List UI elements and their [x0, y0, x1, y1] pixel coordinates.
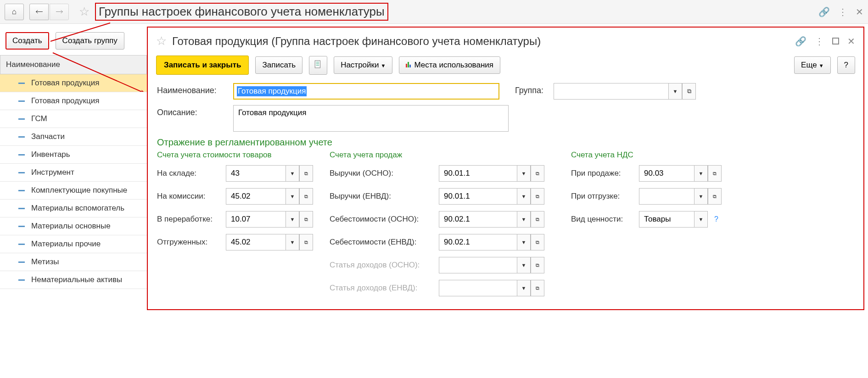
list-item[interactable]: Метизы [0, 253, 147, 271]
item-icon [18, 154, 25, 156]
back-button[interactable]: 🡐 [29, 4, 49, 20]
acct-input[interactable] [226, 188, 286, 205]
link-icon[interactable]: 🔗 [795, 36, 806, 47]
dropdown-button[interactable]: ▼ [286, 188, 299, 205]
close-icon[interactable]: ✕ [847, 36, 855, 47]
dropdown-button[interactable]: ▼ [517, 211, 531, 228]
create-button[interactable]: Создать [6, 32, 49, 50]
acct-input[interactable] [439, 188, 517, 205]
acct-label: Себестоимости (ЕНВД): [330, 238, 435, 247]
col2-title: Счета учета продаж [330, 150, 554, 160]
list-item[interactable]: Инвентарь [0, 146, 147, 164]
item-icon [18, 244, 25, 245]
acct-input[interactable] [226, 211, 286, 228]
popout-button[interactable]: ⧉ [299, 211, 313, 228]
list-item[interactable]: Готовая продукция [0, 74, 147, 92]
name-input[interactable]: Готовая продукция [233, 83, 499, 100]
acct-input[interactable] [226, 234, 286, 250]
forward-button[interactable]: 🡒 [50, 4, 69, 20]
dropdown-button[interactable]: ▼ [517, 257, 531, 273]
group-input[interactable] [554, 83, 668, 100]
acct-input[interactable] [639, 188, 694, 205]
star-icon[interactable]: ☆ [156, 34, 167, 48]
save-button[interactable]: Записать [255, 56, 302, 74]
acct-label: При продаже: [571, 169, 635, 178]
close-icon[interactable]: ✕ [856, 6, 863, 17]
report-button[interactable] [309, 56, 327, 75]
popout-button[interactable]: ⧉ [708, 188, 722, 205]
dropdown-button[interactable]: ▼ [517, 280, 531, 296]
create-group-button[interactable]: Создать группу [56, 32, 124, 50]
help-button[interactable]: ? [837, 56, 855, 74]
list-item[interactable]: Материалы прочие [0, 235, 147, 253]
acct-label: Отгруженных: [157, 238, 222, 247]
dropdown-button[interactable]: ▼ [517, 165, 531, 182]
acct-input[interactable] [439, 234, 517, 250]
kebab-icon[interactable]: ⋮ [815, 36, 824, 47]
desc-label: Описание: [157, 105, 227, 117]
popout-button[interactable]: ⧉ [531, 211, 544, 228]
dropdown-button[interactable]: ▼ [286, 165, 299, 182]
list-item-label: Материалы вспомогатель [31, 204, 124, 213]
popout-button[interactable]: ⧉ [708, 165, 722, 182]
list-item[interactable]: Запчасти [0, 128, 147, 146]
dropdown-button[interactable]: ▼ [694, 211, 708, 228]
detail-title: Готовая продукция (Группа настроек финан… [172, 35, 790, 48]
arrow-right-icon: 🡒 [56, 7, 63, 17]
popout-button[interactable]: ⧉ [531, 188, 544, 205]
acct-input[interactable] [439, 280, 517, 296]
list-item-label: Материалы прочие [31, 239, 101, 249]
list-item[interactable]: Нематериальные активы [0, 271, 147, 289]
dropdown-button[interactable]: ▼ [517, 188, 531, 205]
list-item[interactable]: Комплектующие покупные [0, 182, 147, 200]
dropdown-button[interactable]: ▼ [668, 83, 682, 100]
acct-input[interactable] [439, 165, 517, 182]
acct-input[interactable] [639, 211, 694, 228]
acct-input[interactable] [639, 165, 694, 182]
list-header[interactable]: Наименование [0, 55, 147, 74]
acct-input[interactable] [226, 165, 286, 182]
popout-button[interactable]: ⧉ [299, 165, 313, 182]
usage-button[interactable]: Места использования [399, 56, 500, 74]
acct-input[interactable] [439, 257, 517, 273]
settings-label: Настройки [341, 61, 379, 69]
desc-input[interactable] [233, 105, 509, 132]
more-label: Еще [801, 61, 817, 69]
help-icon[interactable]: ? [714, 215, 718, 223]
home-button[interactable]: ⌂ [5, 4, 24, 20]
settings-button[interactable]: Настройки▼ [334, 56, 392, 74]
list-item-label: Инструмент [31, 168, 74, 177]
list-item[interactable]: Инструмент [0, 164, 147, 182]
acct-label: Себестоимости (ОСНО): [330, 215, 435, 224]
kebab-icon[interactable]: ⋮ [838, 6, 847, 17]
dropdown-button[interactable]: ▼ [517, 234, 531, 250]
popout-button[interactable]: ⧉ [299, 234, 313, 250]
arrow-left-icon: 🡐 [35, 7, 43, 17]
list-item[interactable]: Материалы вспомогатель [0, 200, 147, 217]
list-item[interactable]: Готовая продукция [0, 92, 147, 110]
link-icon[interactable]: 🔗 [818, 6, 830, 17]
popout-button[interactable]: ⧉ [531, 280, 544, 296]
dropdown-button[interactable]: ▼ [694, 165, 708, 182]
list-item[interactable]: ГСМ [0, 110, 147, 128]
dropdown-button[interactable]: ▼ [694, 188, 708, 205]
dropdown-button[interactable]: ▼ [286, 211, 299, 228]
more-button[interactable]: Еще▼ [794, 56, 830, 74]
star-icon[interactable]: ☆ [79, 5, 90, 19]
maximize-icon[interactable] [832, 38, 839, 44]
popout-button[interactable]: ⧉ [531, 257, 544, 273]
list-item-label: Нематериальные активы [31, 275, 122, 284]
acct-label: При отгрузке: [571, 192, 635, 201]
list-item[interactable]: Материалы основные [0, 217, 147, 235]
acct-input[interactable] [439, 211, 517, 228]
popout-button[interactable]: ⧉ [682, 83, 696, 100]
acct-label: Статья доходов (ЕНВД): [330, 284, 435, 293]
popout-button[interactable]: ⧉ [531, 165, 544, 182]
section-heading: Отражение в регламентированном учете [157, 137, 854, 148]
dropdown-button[interactable]: ▼ [286, 234, 299, 250]
popout-button[interactable]: ⧉ [299, 188, 313, 205]
save-close-button[interactable]: Записать и закрыть [156, 56, 249, 75]
popout-button[interactable]: ⧉ [531, 234, 544, 250]
document-icon [314, 60, 322, 71]
svg-rect-3 [315, 61, 320, 68]
